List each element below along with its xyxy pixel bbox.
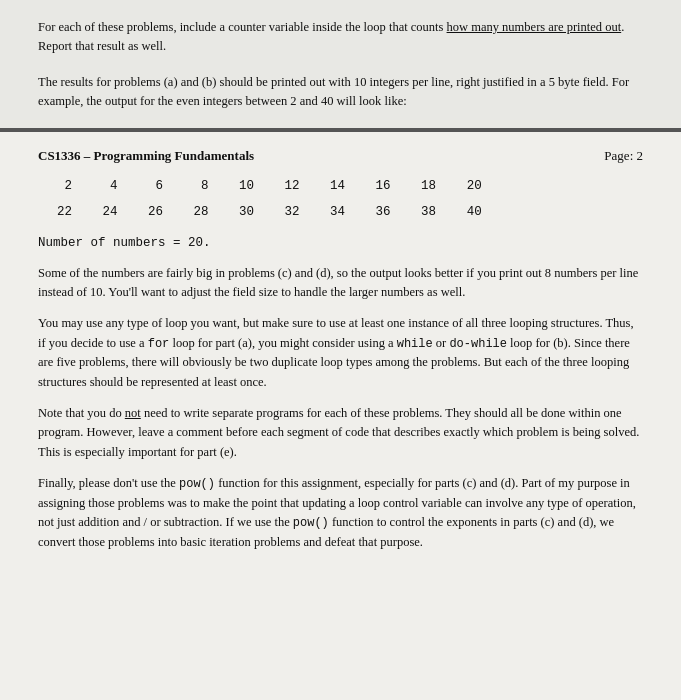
page-header: CS1336 – Programming Fundamentals Page: … [38,148,643,164]
num-22: 22 [38,202,76,222]
num-16: 16 [357,176,395,196]
code-pow1: pow() [179,477,215,491]
num-4: 4 [84,176,122,196]
not-underline: not [125,406,141,420]
number-table-row1: 2 4 6 8 10 12 14 16 18 20 [38,176,643,196]
para-pow: Finally, please don't use the pow() func… [38,474,643,552]
num-38: 38 [402,202,440,222]
page-title: CS1336 – Programming Fundamentals [38,148,254,164]
num-14: 14 [311,176,349,196]
code-while: while [397,337,433,351]
code-for: for [148,337,170,351]
para-loops: You may use any type of loop you want, b… [38,314,643,392]
page-container: For each of these problems, include a co… [0,0,681,700]
page-number: Page: 2 [604,148,643,164]
num-2: 2 [38,176,76,196]
num-32: 32 [266,202,304,222]
num-36: 36 [357,202,395,222]
code-pow2: pow() [293,516,329,530]
number-table-row2: 22 24 26 28 30 32 34 36 38 40 [38,202,643,222]
num-12: 12 [266,176,304,196]
bottom-section: CS1336 – Programming Fundamentals Page: … [0,132,681,585]
code-dowhile: do-while [449,337,507,351]
num-24: 24 [84,202,122,222]
top-para1: For each of these problems, include a co… [38,18,643,57]
num-18: 18 [402,176,440,196]
num-40: 40 [448,202,486,222]
para-cd: Some of the numbers are fairly big in pr… [38,264,643,303]
top-section: For each of these problems, include a co… [0,0,681,131]
num-10: 10 [220,176,258,196]
num-8: 8 [175,176,213,196]
num-26: 26 [129,202,167,222]
top-para2: The results for problems (a) and (b) sho… [38,73,643,112]
num-6: 6 [129,176,167,196]
para-note: Note that you do not need to write separ… [38,404,643,462]
num-20: 20 [448,176,486,196]
underline-text: how many numbers are printed out [447,20,622,34]
num-34: 34 [311,202,349,222]
count-line: Number of numbers = 20. [38,236,643,250]
num-30: 30 [220,202,258,222]
num-28: 28 [175,202,213,222]
